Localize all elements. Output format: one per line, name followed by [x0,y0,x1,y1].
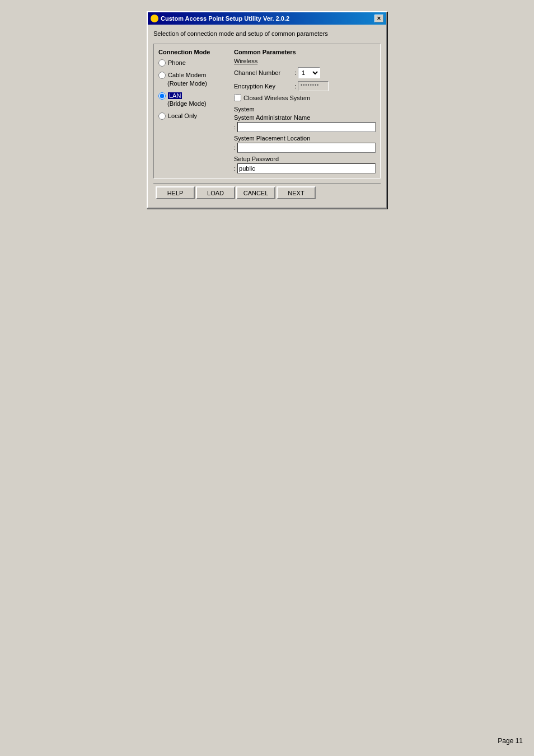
common-params-label: Common Parameters [234,49,376,55]
password-input[interactable] [237,163,376,173]
app-icon [151,15,158,22]
cancel-button[interactable]: CANCEL [236,186,275,199]
password-colon: : [234,165,236,172]
radio-cable-modem-sublabel: (Router Mode) [167,79,231,87]
window-body: Selection of connection mode and setup o… [148,25,386,208]
password-row: : [234,163,376,173]
title-bar: Custom Access Point Setup Utility Ver. 2… [148,12,386,25]
title-bar-text: Custom Access Point Setup Utility Ver. 2… [151,15,289,22]
radio-lan-input[interactable] [158,92,166,100]
help-button[interactable]: HELP [156,186,195,199]
radio-local-only-label: Local Only [168,112,197,120]
wireless-label: Wireless [234,58,376,64]
radio-cable-modem-group: Cable Modem (Router Mode) [158,71,231,87]
closed-wireless-checkbox[interactable] [234,94,241,101]
radio-phone-label: Phone [168,59,186,67]
admin-colon: : [234,124,236,130]
admin-name-input[interactable] [237,122,376,132]
placement-label: System Placement Location [234,135,376,142]
connection-mode-label: Connection Mode [158,49,231,55]
page-number: Page 11 [498,737,523,745]
description-text: Selection of connection mode and setup o… [153,30,381,37]
radio-local-only-input[interactable] [158,112,166,120]
main-panel: Connection Mode Phone Cable Modem (Route… [153,44,381,179]
channel-number-row: Channel Number : 1 2 3 4 5 6 7 8 9 10 11 [234,67,376,78]
placement-colon: : [234,144,236,151]
setup-password-label: Setup Password [234,156,376,162]
button-bar: HELP LOAD CANCEL NEXT [153,183,381,202]
closed-wireless-row: Closed Wireless System [234,94,376,101]
system-section: System System Administrator Name : Syste… [234,106,376,173]
encryption-key-display: •••••••• [298,81,329,91]
closed-wireless-label: Closed Wireless System [243,95,310,101]
radio-cable-modem[interactable]: Cable Modem [158,71,231,79]
radio-lan-group: LAN (Bridge Mode) [158,92,231,108]
load-button[interactable]: LOAD [196,186,235,199]
radio-phone-input[interactable] [158,59,166,67]
right-panel: Common Parameters Wireless Channel Numbe… [231,49,376,173]
admin-name-label: System Administrator Name [234,114,376,121]
radio-lan-sublabel: (Bridge Mode) [167,100,231,107]
main-window: Custom Access Point Setup Utility Ver. 2… [147,11,387,209]
radio-phone[interactable]: Phone [158,59,231,67]
encryption-key-label: Encryption Key [234,83,293,90]
encryption-colon: : [294,83,296,90]
channel-number-label: Channel Number [234,69,293,76]
connection-mode-group: Phone Cable Modem (Router Mode) [158,59,231,120]
next-button[interactable]: NEXT [277,186,316,199]
radio-lan[interactable]: LAN [158,92,231,100]
system-label: System [234,106,376,112]
close-button[interactable]: ✕ [374,15,383,22]
radio-cable-modem-input[interactable] [158,72,166,79]
channel-number-select[interactable]: 1 2 3 4 5 6 7 8 9 10 11 [298,67,320,78]
radio-cable-modem-label: Cable Modem [168,71,206,79]
encryption-key-row: Encryption Key : •••••••• [234,81,376,91]
radio-local-only[interactable]: Local Only [158,112,231,120]
placement-input[interactable] [237,143,376,153]
radio-lan-label: LAN [168,92,182,100]
channel-colon: : [294,69,296,76]
left-panel: Connection Mode Phone Cable Modem (Route… [158,49,231,173]
window-title: Custom Access Point Setup Utility Ver. 2… [161,15,289,22]
